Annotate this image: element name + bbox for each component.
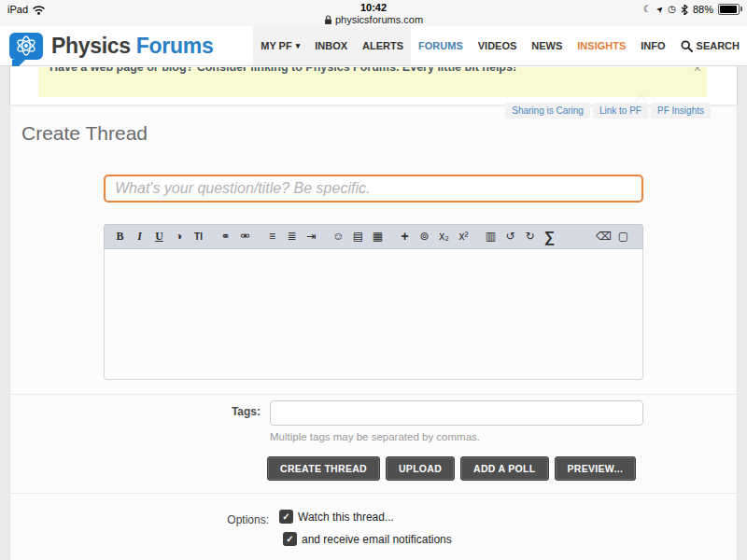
option-label: and receive email notifications <box>302 533 452 546</box>
nav-label: VIDEOS <box>478 40 517 51</box>
search-icon <box>681 40 693 52</box>
tab-link-to-pf[interactable]: Link to PF <box>593 103 648 119</box>
nav-user-group: MY PF ▾ INBOX ALERTS <box>253 26 411 65</box>
watch-thread-checkbox[interactable]: ✓ <box>279 510 293 524</box>
message-body-input[interactable] <box>104 249 643 380</box>
status-bar: iPad 10:42 physicsforums.com ☾ ➤ ◷ 88% <box>0 0 747 27</box>
insert-icon[interactable]: + <box>397 225 413 248</box>
share-tabs: Sharing is Caring Link to PF PF Insights <box>505 103 711 119</box>
option-email-notifications: ✓ and receive email notifications <box>283 532 452 546</box>
tags-input[interactable] <box>270 400 643 426</box>
bullet-list-icon[interactable]: ≡ <box>264 225 280 248</box>
preview-button[interactable]: PREVIEW... <box>555 456 637 481</box>
check-icon: ✓ <box>286 535 293 544</box>
link-icon[interactable]: ⚭ <box>218 225 233 248</box>
top-nav: Physics Forums MY PF ▾ INBOX ALERTS FORU… <box>0 26 747 66</box>
site-logo[interactable]: Physics Forums <box>0 26 213 65</box>
nav-item-inbox[interactable]: INBOX <box>307 26 355 65</box>
nav-item-videos[interactable]: VIDEOS <box>471 26 525 65</box>
form-buttons: CREATE THREAD UPLOAD ADD A POLL PREVIEW.… <box>267 456 636 481</box>
bluetooth-icon <box>681 5 688 15</box>
divider <box>10 394 737 395</box>
superscript-icon[interactable]: x² <box>456 225 472 248</box>
tab-sharing-is-caring[interactable]: Sharing is Caring <box>505 103 590 119</box>
rich-text-editor: B I U ◑ TI ⚭ ⚮ ≡ ≣ ⇥ ☺ ▤ ▦ + ⊚ x₂ x² ▥ ↺… <box>104 224 643 380</box>
nav-item-insights[interactable]: INSIGHTS <box>570 26 633 65</box>
nav-label: INBOX <box>315 40 347 51</box>
nav-label: MY PF <box>261 40 291 51</box>
address-url: physicsforums.com <box>335 14 423 25</box>
nav-label: INFO <box>641 40 665 51</box>
nav-label: SEARCH <box>697 40 740 51</box>
divider <box>10 493 737 494</box>
tags-label: Tags: <box>178 405 261 418</box>
check-icon: ✓ <box>282 512 289 522</box>
save-draft-icon[interactable]: ▥ <box>483 225 499 248</box>
nav-item-news[interactable]: NEWS <box>524 26 570 65</box>
editor-toolbar: B I U ◑ TI ⚭ ⚮ ≡ ≣ ⇥ ☺ ▤ ▦ + ⊚ x₂ x² ▥ ↺… <box>104 224 643 249</box>
option-label: Watch this thread... <box>298 511 394 524</box>
font-size-icon[interactable]: TI <box>190 225 206 248</box>
close-icon[interactable]: × <box>694 67 701 76</box>
nav-label: NEWS <box>531 40 562 51</box>
logo-text-forums: Forums <box>136 34 214 59</box>
chevron-down-icon: ▾ <box>296 41 301 50</box>
italic-icon[interactable]: I <box>132 225 148 248</box>
device-label: iPad <box>7 4 28 15</box>
notice-banner: Have a web page or blog? Consider linkin… <box>38 67 707 97</box>
nav-label: INSIGHTS <box>577 40 626 51</box>
media-icon[interactable]: ▦ <box>370 225 386 248</box>
content-area: Have a web page or blog? Consider linkin… <box>9 65 738 560</box>
text-color-icon[interactable]: ◑ <box>171 225 187 248</box>
alarm-icon: ◷ <box>668 5 676 14</box>
nav-item-alerts[interactable]: ALERTS <box>355 26 411 65</box>
underline-icon[interactable]: U <box>151 225 167 248</box>
tags-help-text: Multiple tags may be separated by commas… <box>270 431 480 442</box>
nav-item-my-pf[interactable]: MY PF ▾ <box>253 26 307 65</box>
subscript-icon[interactable]: x₂ <box>436 225 452 248</box>
indent-icon[interactable]: ⇥ <box>303 225 319 248</box>
latex-icon[interactable]: ∑ <box>542 225 557 248</box>
location-icon: ➤ <box>654 4 665 15</box>
logo-text-physics: Physics <box>51 34 131 59</box>
create-thread-button[interactable]: CREATE THREAD <box>267 456 380 481</box>
nav-item-info[interactable]: INFO <box>633 26 672 65</box>
tab-pf-insights[interactable]: PF Insights <box>651 103 711 119</box>
email-notifications-checkbox[interactable]: ✓ <box>283 532 297 546</box>
notice-text: Have a web page or blog? Consider linkin… <box>49 67 516 74</box>
lock-icon <box>324 15 332 25</box>
nav-menu: MY PF ▾ INBOX ALERTS FORUMS VIDEOS NEWS … <box>253 26 747 65</box>
options-label: Options: <box>188 513 269 526</box>
nav-item-search[interactable]: SEARCH <box>673 26 747 65</box>
atom-logo-icon <box>9 33 43 60</box>
upload-button[interactable]: UPLOAD <box>386 456 455 481</box>
option-watch-thread: ✓ Watch this thread... <box>279 510 394 524</box>
redo-icon[interactable]: ↻ <box>522 225 538 248</box>
wifi-icon <box>32 5 46 15</box>
nav-label: FORUMS <box>418 40 463 51</box>
bold-icon[interactable]: B <box>112 225 128 248</box>
image-icon[interactable]: ▤ <box>350 225 366 248</box>
smiley-icon[interactable]: ☺ <box>331 225 346 248</box>
add-a-poll-button[interactable]: ADD A POLL <box>460 456 548 481</box>
unlink-icon[interactable]: ⚮ <box>237 225 253 248</box>
camera-icon[interactable]: ⊚ <box>416 225 432 248</box>
source-icon[interactable]: ▢ <box>615 225 631 248</box>
notice-card: Have a web page or blog? Consider linkin… <box>10 65 737 105</box>
nav-item-forums[interactable]: FORUMS <box>411 26 471 65</box>
undo-icon[interactable]: ↺ <box>502 225 518 248</box>
nav-label: ALERTS <box>362 40 403 51</box>
do-not-disturb-icon: ☾ <box>643 5 652 14</box>
thread-title-input[interactable] <box>104 175 643 203</box>
battery-percent: 88% <box>693 4 713 15</box>
eraser-icon[interactable]: ⌫ <box>596 225 612 248</box>
numbered-list-icon[interactable]: ≣ <box>284 225 300 248</box>
battery-icon <box>718 4 740 15</box>
clock: 10:42 <box>0 2 747 13</box>
page-title: Create Thread <box>21 122 148 145</box>
